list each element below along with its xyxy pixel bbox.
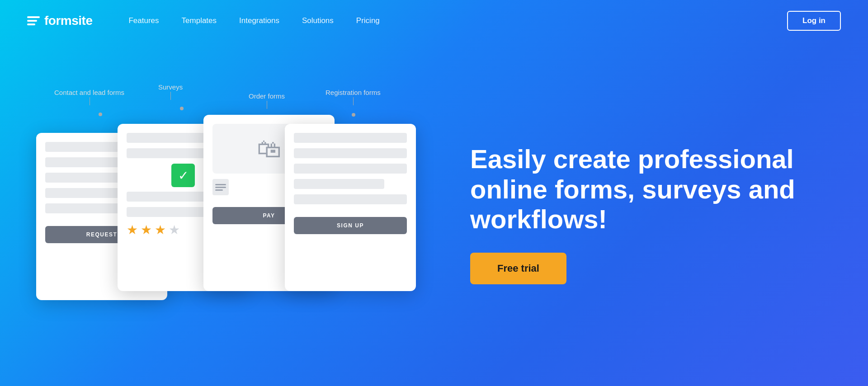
main-nav: Features Templates Integrations Solution… (128, 16, 787, 25)
nav-features[interactable]: Features (128, 16, 159, 25)
shopping-bag-icon: 🛍 (257, 135, 281, 163)
star-3: ★ (155, 222, 166, 237)
registration-form-card: SIGN UP (285, 124, 416, 291)
star-1: ★ (127, 222, 138, 237)
forms-illustration: Contact and lead forms Surveys Order for… (27, 79, 443, 350)
dot-surveys (180, 107, 184, 110)
login-button[interactable]: Log in (787, 11, 841, 31)
hero-section: Contact and lead forms Surveys Order for… (0, 42, 868, 386)
reg-field-3 (294, 164, 407, 174)
reg-field-4 (294, 179, 384, 189)
menu-icon (212, 179, 229, 195)
nav-integrations[interactable]: Integrations (239, 16, 279, 25)
nav-pricing[interactable]: Pricing (356, 16, 380, 25)
label-surveys: Surveys (158, 83, 183, 91)
label-contact: Contact and lead forms (54, 89, 124, 96)
signup-button[interactable]: SIGN UP (294, 217, 407, 234)
star-2: ★ (141, 222, 152, 237)
dot-contact (99, 113, 102, 116)
logo-icon (27, 16, 40, 25)
free-trial-button[interactable]: Free trial (470, 253, 566, 284)
dot-registration (352, 113, 355, 117)
hero-text: Easily create professional online forms,… (443, 144, 841, 284)
checkmark-icon: ✓ (178, 168, 189, 183)
checkbox-item: ✓ (171, 164, 195, 187)
headline-line-2: online forms, surveys and (470, 174, 795, 204)
logo[interactable]: formsite (27, 14, 92, 28)
nav-templates[interactable]: Templates (182, 16, 217, 25)
label-order: Order forms (249, 92, 285, 100)
reg-field-2 (294, 148, 407, 158)
label-registration: Registration forms (326, 89, 381, 96)
headline-line-3: workflows! (470, 204, 607, 234)
brand-name: formsite (44, 14, 92, 28)
reg-field-5 (294, 194, 407, 204)
hero-headline: Easily create professional online forms,… (470, 144, 841, 235)
headline-line-1: Easily create professional (470, 144, 794, 174)
reg-field-1 (294, 133, 407, 143)
nav-solutions[interactable]: Solutions (302, 16, 334, 25)
star-4: ★ (169, 222, 180, 237)
